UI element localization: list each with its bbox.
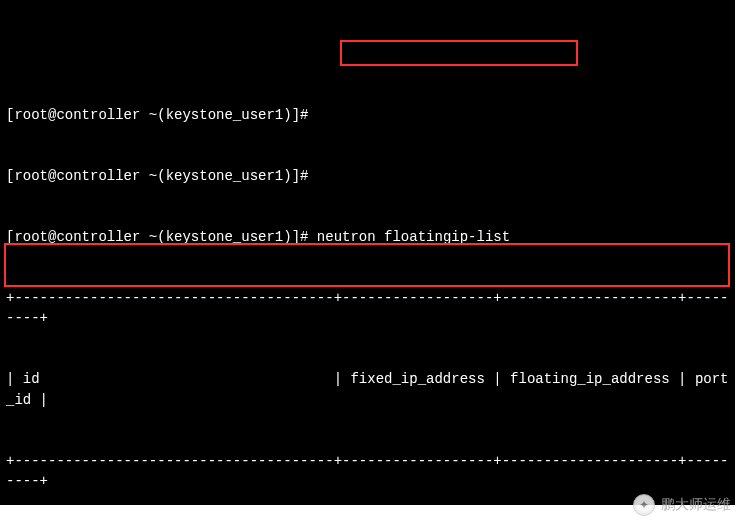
highlight-box-cmd-list xyxy=(340,40,578,66)
prompt: [root@controller ~(keystone_user1)]# xyxy=(6,107,308,123)
table-border: +--------------------------------------+… xyxy=(6,451,729,492)
wechat-icon: ✦ xyxy=(633,494,655,516)
table-header: | id | fixed_ip_address | floating_ip_ad… xyxy=(6,369,729,410)
highlight-box-cmd-delete xyxy=(4,243,730,287)
watermark-text: 鹏大师运维 xyxy=(661,496,731,514)
terminal-window[interactable]: [root@controller ~(keystone_user1)]# [ro… xyxy=(0,0,735,505)
prompt: [root@controller ~(keystone_user1)]# xyxy=(6,229,308,245)
terminal-line: [root@controller ~(keystone_user1)]# neu… xyxy=(6,227,729,247)
command-text: neutron floatingip-list xyxy=(317,229,510,245)
table-border: +--------------------------------------+… xyxy=(6,288,729,329)
watermark: ✦ 鹏大师运维 xyxy=(633,494,731,516)
terminal-line: [root@controller ~(keystone_user1)]# xyxy=(6,105,729,125)
terminal-line: [root@controller ~(keystone_user1)]# xyxy=(6,166,729,186)
prompt: [root@controller ~(keystone_user1)]# xyxy=(6,168,308,184)
